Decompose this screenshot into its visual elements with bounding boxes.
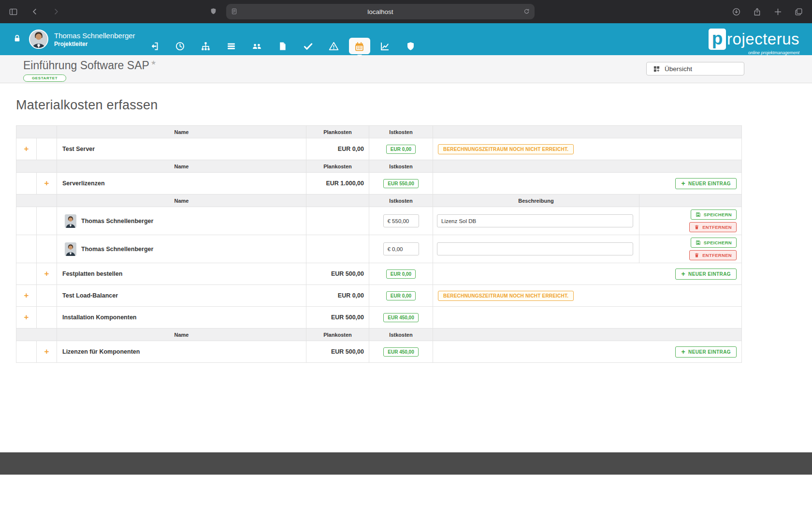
team-icon: [246, 38, 268, 54]
cost-entry-row: Thomas Schnellenberger SPEICHERN ENTFERN…: [16, 235, 742, 263]
description-input[interactable]: [437, 214, 633, 227]
amount-input[interactable]: [383, 242, 419, 255]
reload-button[interactable]: [523, 7, 530, 17]
remove-button[interactable]: ENTFERNEN: [689, 222, 737, 232]
table-row: + Installation Komponenten EUR 500,00 EU…: [16, 307, 742, 329]
actual-cost-badge: EUR 550,00: [383, 179, 418, 188]
warning-badge: BERECHNUNGSZEITRAUM NOCH NICHT ERREICHT.: [438, 144, 574, 154]
trash-icon: [694, 253, 699, 258]
entry-avatar: [65, 214, 76, 228]
nav-team[interactable]: [244, 23, 270, 55]
plan-cost-value: EUR 0,00: [306, 138, 369, 160]
actual-cost-badge: EUR 0,00: [386, 145, 416, 154]
col-header-name: Name: [57, 329, 306, 341]
expand-button[interactable]: +: [37, 179, 57, 188]
expand-button[interactable]: +: [37, 269, 57, 279]
plus-icon: +: [681, 271, 685, 276]
avatar-photo-icon: [65, 242, 76, 256]
url-text: localhost: [367, 8, 393, 15]
share-icon: [753, 7, 762, 16]
trash-icon: [694, 224, 699, 230]
col-header-istkosten: Istkosten: [369, 160, 433, 173]
plus-icon: +: [681, 181, 685, 186]
list-bars-icon: [221, 38, 242, 54]
back-button[interactable]: [30, 7, 39, 16]
header-spacer: [16, 126, 57, 138]
nav-reports[interactable]: [372, 23, 398, 55]
col-header-plankosten: Plankosten: [306, 126, 369, 138]
remove-button[interactable]: ENTFERNEN: [689, 250, 737, 260]
col-header-plankosten: Plankosten: [306, 160, 369, 173]
save-label: SPEICHERN: [704, 212, 732, 217]
user-avatar[interactable]: [29, 30, 48, 49]
nav-logout[interactable]: [142, 23, 167, 55]
shield-icon: [400, 38, 421, 54]
nav-structure[interactable]: [193, 23, 218, 55]
nav-time[interactable]: [167, 23, 193, 55]
plan-cost-value: EUR 500,00: [306, 307, 369, 329]
header-spacer: [16, 329, 57, 341]
nav-tasks[interactable]: [295, 23, 321, 55]
share-button[interactable]: [753, 7, 762, 16]
app-header: Thomas Schnellenberger Projektleiter: [0, 23, 812, 55]
expand-button[interactable]: +: [16, 144, 36, 154]
status-badge: GESTARTET: [23, 75, 66, 82]
table-row: + Festplatten bestellen EUR 500,00 EUR 0…: [16, 263, 742, 285]
col-header-istkosten: Istkosten: [369, 329, 433, 341]
download-icon: [732, 7, 741, 16]
save-button[interactable]: SPEICHERN: [691, 209, 737, 220]
col-header-name: Name: [57, 160, 306, 173]
table-row: + Test Server EUR 0,00 EUR 0,00 BERECHNU…: [16, 138, 742, 160]
col-header-name: Name: [57, 126, 306, 138]
new-entry-button[interactable]: + NEUER EINTRAG: [675, 346, 737, 358]
url-bar[interactable]: localhost: [226, 4, 535, 19]
project-title: Einführung Software SAP★: [23, 59, 156, 72]
lock-icon: [13, 34, 22, 43]
col-header-plankosten: Plankosten: [306, 329, 369, 341]
sidebar-toggle-button[interactable]: [9, 7, 18, 16]
save-icon: [696, 240, 701, 245]
new-entry-label: NEUER EINTRAG: [688, 181, 731, 186]
chart-icon: [375, 38, 396, 54]
download-button[interactable]: [732, 7, 741, 16]
project-title-text: Einführung Software SAP: [23, 59, 149, 72]
browser-toolbar: localhost: [0, 0, 812, 23]
remove-label: ENTFERNEN: [702, 253, 732, 258]
new-entry-button[interactable]: + NEUER EINTRAG: [675, 178, 737, 189]
plan-cost-value: EUR 0,00: [306, 285, 369, 307]
calendar-icon: [349, 38, 370, 54]
user-role: Projektleiter: [54, 41, 135, 47]
tab-overview-button[interactable]: [794, 7, 803, 16]
amount-input[interactable]: [383, 214, 419, 227]
expand-button[interactable]: +: [16, 313, 36, 322]
table-header-row: Name Plankosten Istkosten: [16, 160, 742, 173]
overview-button[interactable]: Übersicht: [646, 62, 744, 75]
lock-button[interactable]: [13, 34, 22, 45]
page-title: Materialkosten erfassen: [16, 98, 812, 113]
description-input[interactable]: [437, 242, 633, 255]
nav-calendar-active[interactable]: [347, 23, 372, 55]
nav-documents[interactable]: [270, 23, 295, 55]
expand-button[interactable]: +: [16, 291, 36, 300]
header-spacer: [433, 126, 742, 138]
actual-cost-badge: EUR 450,00: [383, 313, 418, 322]
logo-letter: p: [709, 29, 726, 50]
clock-icon: [170, 38, 191, 54]
app-logo: p rojecterus online projektmanagement: [709, 29, 799, 50]
expand-button[interactable]: +: [37, 347, 57, 357]
col-header-name: Name: [57, 194, 306, 207]
logo-text: rojecterus: [727, 29, 799, 50]
entry-person-name: Thomas Schnellenberger: [81, 246, 153, 253]
header-spacer: [433, 329, 742, 341]
table-header-row: Name Plankosten Istkosten: [16, 126, 742, 138]
nav-lists[interactable]: [218, 23, 244, 55]
new-tab-button[interactable]: [773, 7, 783, 16]
nav-risks[interactable]: [321, 23, 347, 55]
new-entry-button[interactable]: + NEUER EINTRAG: [675, 269, 737, 280]
chevron-left-icon: [30, 7, 39, 16]
forward-button[interactable]: [52, 7, 60, 16]
nav-admin[interactable]: [398, 23, 423, 55]
favorite-star-icon[interactable]: ★: [151, 59, 157, 66]
save-button[interactable]: SPEICHERN: [691, 238, 737, 248]
header-spacer: [639, 194, 742, 207]
